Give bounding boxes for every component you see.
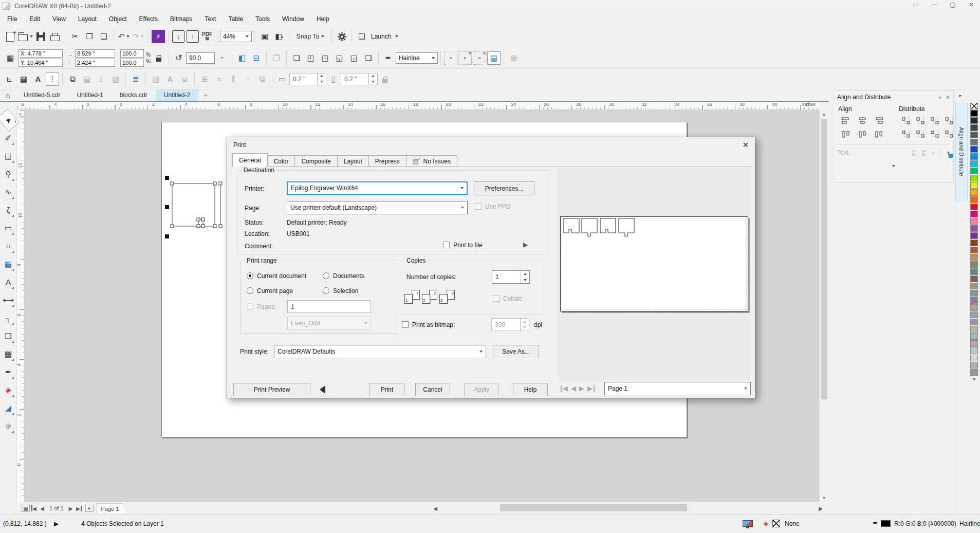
print-style-dropdown[interactable]: CorelDRAW Defaults [274,345,486,358]
add-page-icon[interactable]: + [85,505,94,512]
no-fill-swatch-icon[interactable] [772,520,780,527]
text-align-bottom-icon[interactable]: AaBb [921,149,926,156]
welcome-home-icon[interactable]: ⌂ [0,89,15,101]
document-tab-blocks-cdr[interactable]: blocks.cdr [112,89,156,101]
grid-settings-icon[interactable]: ▦ [17,72,30,86]
distribute-nodes-icon[interactable]: ⌗ [212,72,226,86]
align-right-icon[interactable] [871,115,886,127]
palette-swatch[interactable] [970,311,978,318]
paragraph-frame-icon[interactable]: ▥ [149,72,162,86]
tool-more-tools[interactable]: ⊕ [1,417,15,435]
outline-pen-status-icon[interactable]: ✒ [873,519,878,527]
transform-icon[interactable]: ⧉ [66,72,79,86]
palette-swatch[interactable] [970,117,978,124]
palette-swatch[interactable] [970,110,978,117]
preview-last-icon[interactable] [594,385,595,392]
palette-swatch[interactable] [970,232,978,239]
palette-swatch[interactable] [970,189,978,196]
fill-color-icon[interactable]: ◈ [763,519,769,527]
mirror-vertical-icon[interactable]: ⊟ [250,51,263,65]
tool-transparency[interactable]: ▩ [1,345,15,363]
distribute-icon-2[interactable] [913,115,929,127]
use-ppd-checkbox[interactable] [475,203,482,210]
tool-ellipse[interactable]: ○ [1,237,15,255]
text-frame-icon[interactable]: A [31,72,45,86]
docker-tab-align-distribute[interactable]: Align and Distribute [955,103,968,200]
docker-collapse-icon[interactable]: » [938,94,941,100]
spacing-icon[interactable]: ⫼ [227,72,240,86]
palette-swatch[interactable] [970,240,978,246]
palette-swatch[interactable] [970,290,978,297]
horizontal-scrollbar[interactable] [438,503,817,512]
copy-icon[interactable]: ❐ [83,30,96,43]
menu-edit[interactable]: Edit [23,15,46,23]
menu-layout[interactable]: Layout [72,15,103,23]
menu-bitmaps[interactable]: Bitmaps [164,15,198,23]
palette-swatch[interactable] [970,369,978,376]
palette-swatch[interactable] [970,275,978,282]
page-tab[interactable]: Page 1 [97,503,127,513]
print-as-bitmap-checkbox[interactable] [402,321,409,328]
scroll-right-icon[interactable]: ▶ [817,504,825,513]
print-button[interactable]: Print [369,383,404,396]
print-tab-general[interactable]: General [232,153,268,167]
preview-prev-icon[interactable]: ◀ [571,384,576,392]
scale-h-field[interactable]: 100.0 [120,49,144,58]
next-page-icon[interactable]: ▶ [67,504,75,513]
tool-color-eyedropper[interactable]: ✒ [1,363,15,381]
add-property-icon[interactable]: ⊕ [507,51,521,65]
group-objects-icon[interactable]: ❐ [270,51,283,65]
trim-icon[interactable]: ◰ [304,51,318,65]
delete-frame-icon[interactable]: ▧ [109,72,122,86]
ribbon-toggle-icon[interactable]: ▭ [910,1,921,8]
tool-crop[interactable]: ◱ [1,147,15,165]
preview-next-icon[interactable]: ▶ [579,384,584,392]
tool-pick[interactable]: ➤ [0,108,20,132]
align-bottom-icon[interactable] [871,128,886,140]
palette-swatch[interactable] [970,347,978,354]
status-expand-icon[interactable]: ▶ [54,520,59,527]
back-minus-front-icon[interactable]: ❑ [362,51,375,65]
vertical-scrollbar[interactable]: ▲ ▼ [819,110,828,502]
preferences-button[interactable]: Preferences... [474,181,534,195]
h-spacing-spinner[interactable]: 0.2 " [289,73,326,85]
palette-swatch[interactable] [970,247,978,253]
distribute-icon-3[interactable] [928,115,943,127]
remove-fill-icon[interactable]: ▫✕ [458,51,472,65]
mirror-horizontal-icon[interactable]: ◧ [235,51,249,65]
link-frames-icon[interactable]: ⧈ [178,72,191,86]
palette-swatch[interactable] [970,146,978,153]
insert-frame-icon[interactable]: ▤ [80,72,94,86]
tool-shape[interactable]: ✐ [1,129,15,147]
distribute-icon-7[interactable] [928,128,943,140]
paste-icon[interactable]: ❑ [97,30,110,43]
page-thumbnail[interactable] [560,216,748,311]
palette-swatch[interactable] [970,225,978,232]
print-to-file-checkbox[interactable] [443,242,450,248]
scroll-down-icon[interactable]: ▼ [820,495,828,501]
palette-swatch[interactable] [970,362,978,369]
palette-swatch[interactable] [970,168,978,174]
outline-pen-icon[interactable]: ✒ [382,51,395,65]
tool-smart-fill[interactable]: ◈ [1,381,15,399]
y-position-field[interactable]: Y:10.464 " [19,59,63,67]
menu-help[interactable]: Help [310,15,336,23]
distribute-icon-1[interactable] [899,115,914,127]
remove-outline-icon[interactable]: ▫✕ [473,51,486,65]
align-nodes-icon[interactable]: ⊞ [198,72,211,86]
maximize-button[interactable]: ▢ [947,1,958,8]
launch-dropdown-arrow[interactable] [395,35,398,38]
menu-table[interactable]: Table [222,15,249,23]
frame-offset-icon[interactable]: ⧉ [255,72,269,86]
show-rulers-icon[interactable]: ◧▪ [272,30,286,43]
horizontal-scroll-thumb[interactable] [500,504,687,511]
print-tab-no-issues[interactable]: ▤✓No Issues [406,155,457,167]
menu-file[interactable]: File [1,15,23,23]
current-document-radio[interactable] [247,272,253,279]
palette-swatch[interactable] [970,175,978,181]
tool-parallel-dimension[interactable]: ⟷ [1,291,15,309]
import-icon[interactable]: ↓ [172,30,185,43]
palette-swatch[interactable] [970,218,978,225]
object-height-field[interactable]: 2.424 " [75,59,115,67]
launch-label[interactable]: Launch [371,33,391,40]
